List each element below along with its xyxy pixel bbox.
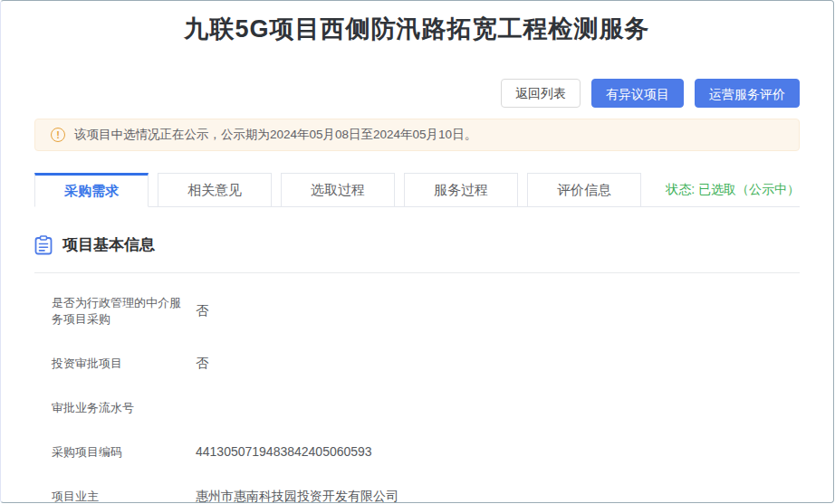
clipboard-icon: [34, 235, 53, 255]
tab-evaluation-info[interactable]: 评价信息: [527, 173, 641, 207]
field-value: 4413050719483842405060593: [196, 444, 372, 461]
back-to-list-button[interactable]: 返回列表: [501, 79, 581, 108]
basic-info-fields: 是否为行政管理的中介服务项目采购 否 投资审批项目 否 审批业务流水号 采购项目…: [34, 295, 800, 503]
tab-selection-process[interactable]: 选取过程: [281, 173, 395, 207]
field-label: 审批业务流水号: [52, 400, 184, 416]
tab-service-process[interactable]: 服务过程: [404, 173, 518, 207]
warning-icon: !: [51, 128, 65, 142]
field-label: 采购项目编码: [52, 444, 184, 461]
field-row-intermediary-service: 是否为行政管理的中介服务项目采购 否: [52, 295, 800, 328]
section-header-basic-info: 项目基本信息: [34, 234, 800, 273]
field-label: 投资审批项目: [52, 356, 184, 372]
status-badge: 状态: 已选取（公示中）: [666, 182, 800, 198]
field-row-investment-approval: 投资审批项目 否: [52, 356, 800, 372]
field-value: 否: [196, 303, 208, 319]
public-notice-banner: ! 该项目中选情况正在公示，公示期为2024年05月08日至2024年05月10…: [34, 119, 800, 151]
tab-procurement-demand[interactable]: 采购需求: [34, 173, 149, 207]
page-title: 九联5G项目西侧防汛路拓宽工程检测服务: [1, 13, 833, 45]
project-detail-page: 九联5G项目西侧防汛路拓宽工程检测服务 返回列表 有异议项目 运营服务评价 ! …: [0, 0, 834, 503]
service-evaluation-button[interactable]: 运营服务评价: [695, 79, 800, 108]
toolbar: 返回列表 有异议项目 运营服务评价: [34, 79, 800, 108]
field-row-project-owner: 项目业主 惠州市惠南科技园投资开发有限公司: [52, 489, 800, 503]
field-row-procurement-project-code: 采购项目编码 4413050719483842405060593: [52, 444, 800, 461]
field-label: 是否为行政管理的中介服务项目采购: [52, 295, 184, 328]
notice-text: 该项目中选情况正在公示，公示期为2024年05月08日至2024年05月10日。: [74, 127, 476, 143]
objection-project-button[interactable]: 有异议项目: [591, 79, 684, 108]
field-value: 惠州市惠南科技园投资开发有限公司: [196, 489, 398, 503]
tab-bar: 采购需求 相关意见 选取过程 服务过程 评价信息 状态: 已选取（公示中）: [34, 173, 800, 207]
field-value: 否: [196, 356, 208, 372]
field-row-approval-serial-number: 审批业务流水号: [52, 400, 800, 416]
tab-related-opinions[interactable]: 相关意见: [158, 173, 272, 207]
section-title: 项目基本信息: [62, 234, 155, 255]
field-label: 项目业主: [52, 489, 184, 503]
